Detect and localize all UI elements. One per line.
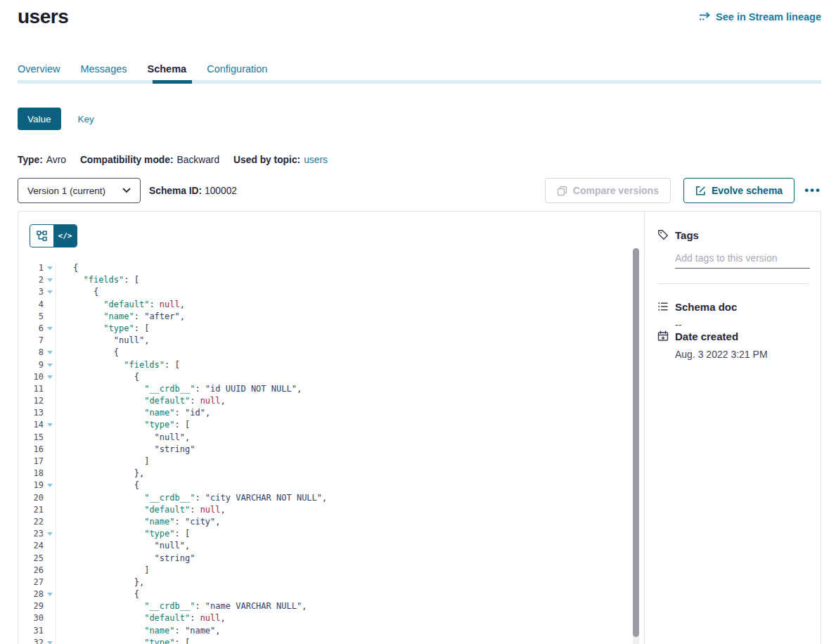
fold-gutter[interactable] [44, 347, 56, 359]
side-panel-divider [657, 283, 809, 284]
fold-gutter[interactable] [44, 637, 56, 644]
version-select[interactable]: Version 1 (current) [18, 178, 141, 203]
version-select-value: Version 1 (current) [27, 186, 105, 196]
code-text: "string" [56, 444, 195, 456]
value-key-toggle: Value Key [18, 108, 94, 130]
line-number: 21 [18, 504, 44, 516]
compare-versions-button[interactable]: Compare versions [545, 178, 671, 203]
code-text: "fields": [ [56, 274, 139, 286]
see-in-stream-lineage-link[interactable]: See in Stream lineage [699, 11, 821, 22]
line-number: 30 [18, 612, 44, 624]
fold-gutter[interactable] [44, 419, 56, 431]
code-line: 6 "type": [ [18, 323, 644, 335]
code-text: "__crdb__": "id UUID NOT NULL", [56, 383, 302, 395]
more-actions-button[interactable]: ••• [804, 178, 821, 203]
fold-gutter[interactable] [44, 323, 56, 335]
code-line: 8 { [18, 347, 644, 359]
calendar-plus-icon [657, 330, 669, 342]
schema-page: users See in Stream lineage Overview Mes… [0, 0, 836, 644]
fold-gutter[interactable] [44, 528, 56, 540]
type-label: Type: [18, 155, 43, 165]
fold-gutter [44, 600, 56, 612]
editor-scrollbar-track[interactable] [633, 248, 639, 644]
code-line: 24 "null", [18, 540, 644, 552]
evolve-schema-button[interactable]: Evolve schema [683, 178, 795, 203]
fold-arrow-icon [47, 532, 53, 536]
schema-doc-value: -- [675, 319, 809, 330]
code-line: 32 "type": [ [18, 637, 644, 644]
schema-code-pane: </> 1{2 "fields": [3 {4 "default": null,… [18, 212, 645, 644]
schema-id-value: 100002 [205, 186, 237, 196]
fold-arrow-icon [47, 266, 53, 270]
code-line: 25 "string" [18, 553, 644, 565]
line-number: 16 [18, 444, 44, 456]
code-line: 18 }, [18, 468, 644, 479]
code-text: "name": "id", [56, 407, 210, 419]
fold-gutter[interactable] [44, 286, 56, 298]
line-number: 7 [18, 335, 44, 347]
schema-doc-heading: Schema doc [675, 301, 809, 313]
line-number: 6 [18, 323, 44, 335]
code-line: 3 { [18, 286, 644, 298]
code-line: 11 "__crdb__": "id UUID NOT NULL", [18, 383, 644, 395]
value-tab-button[interactable]: Value [18, 108, 61, 130]
page-title: users [18, 6, 68, 28]
schema-card: </> 1{2 "fields": [3 {4 "default": null,… [18, 211, 821, 644]
fold-arrow-icon [47, 351, 53, 354]
line-number: 26 [18, 565, 44, 577]
fold-arrow-icon [47, 327, 53, 330]
add-tags-input[interactable] [675, 251, 810, 269]
code-text: "name": "name", [56, 625, 221, 637]
code-text: "type": [ [56, 528, 190, 540]
fold-gutter [44, 504, 56, 516]
fold-gutter [44, 612, 56, 624]
fold-gutter[interactable] [44, 274, 56, 286]
line-number: 27 [18, 577, 44, 588]
fold-gutter[interactable] [44, 371, 56, 383]
code-text: "type": [ [56, 419, 190, 431]
fold-arrow-icon [47, 641, 53, 644]
version-bar: Version 1 (current) Schema ID: 100002 Co… [18, 178, 821, 203]
code-text: }, [56, 577, 144, 588]
used-by-topic-label: Used by topic: [233, 155, 300, 165]
code-line: 2 "fields": [ [18, 274, 644, 286]
fold-gutter [44, 444, 56, 456]
fold-gutter[interactable] [44, 479, 56, 491]
schema-id: Schema ID: 100002 [149, 186, 237, 196]
stream-lineage-icon [699, 12, 711, 22]
key-tab-button[interactable]: Key [78, 114, 94, 124]
code-line: 31 "name": "name", [18, 625, 644, 637]
date-created-value: Aug. 3 2022 3:21 PM [675, 349, 809, 360]
code-line: 29 "__crdb__": "name VARCHAR NULL", [18, 600, 644, 612]
line-number: 17 [18, 456, 44, 468]
edit-square-icon [695, 186, 706, 196]
code-line: 28 { [18, 588, 644, 600]
line-number: 25 [18, 553, 44, 565]
code-text: "default": null, [56, 612, 226, 624]
code-text: { [56, 347, 119, 359]
code-text: { [56, 262, 78, 274]
code-text: { [56, 588, 139, 600]
code-text: ] [56, 565, 149, 577]
tree-view-button[interactable] [30, 225, 53, 247]
active-tab-underline [153, 80, 192, 84]
code-text: "__crdb__": "name VARCHAR NULL", [56, 600, 307, 612]
editor-scrollbar-thumb[interactable] [633, 248, 639, 637]
line-number: 1 [18, 262, 44, 274]
fold-gutter [44, 311, 56, 323]
tags-section: Tags [657, 229, 809, 269]
code-text: { [56, 371, 139, 383]
fold-gutter [44, 456, 56, 468]
code-text: { [56, 479, 139, 491]
code-view-button[interactable]: </> [53, 225, 77, 247]
date-created-heading: Date created [675, 330, 809, 342]
fold-gutter[interactable] [44, 359, 56, 371]
line-number: 18 [18, 468, 44, 479]
fold-gutter[interactable] [44, 262, 56, 274]
line-number: 10 [18, 371, 44, 383]
fold-gutter[interactable] [44, 588, 56, 600]
used-by-topic-link[interactable]: users [304, 155, 328, 165]
code-text: "string" [56, 553, 195, 565]
view-mode-toggle: </> [30, 224, 77, 247]
schema-meta-row: Type: Avro Compatibility mode: Backward … [18, 155, 335, 165]
